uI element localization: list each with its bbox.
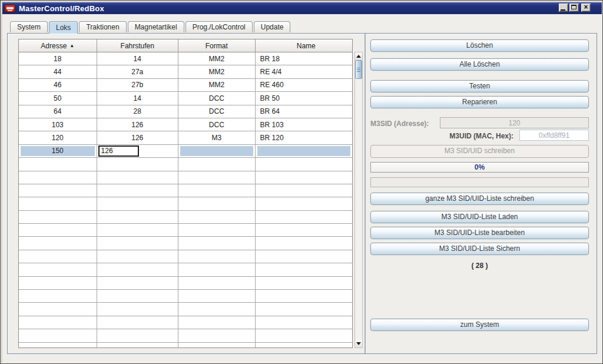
cell-name[interactable]: [256, 277, 352, 289]
cell-fahrstufen[interactable]: [97, 171, 179, 184]
cell-fahrstufen[interactable]: [97, 197, 179, 210]
cell-format[interactable]: [178, 237, 256, 249]
cell-format[interactable]: DCC: [178, 105, 256, 118]
cell-name[interactable]: BR 64: [256, 105, 352, 118]
cell-fahrstufen[interactable]: 14: [97, 92, 179, 104]
cell-format[interactable]: [178, 171, 256, 184]
cell-name[interactable]: [256, 158, 352, 170]
cell-adresse[interactable]: 44: [19, 65, 97, 78]
cell-fahrstufen[interactable]: [97, 211, 179, 223]
cell-format[interactable]: DCC: [178, 118, 256, 131]
cell-name[interactable]: [256, 197, 352, 210]
button-m3-sid-uid-liste-sichern[interactable]: M3 SID/UID-Liste Sichern: [370, 243, 589, 255]
scrollbar-thumb[interactable]: [355, 60, 362, 79]
cell-format[interactable]: [178, 211, 256, 223]
cell-fahrstufen[interactable]: [97, 277, 179, 289]
cell-format[interactable]: [178, 263, 256, 276]
cell-format[interactable]: [178, 145, 256, 157]
cell-adresse[interactable]: [19, 197, 97, 210]
cell-format[interactable]: [178, 197, 256, 210]
cell-format[interactable]: [178, 316, 256, 329]
cell-format[interactable]: MM2: [178, 65, 256, 78]
cell-name[interactable]: [256, 145, 352, 157]
scrollbar-up-button[interactable]: [355, 52, 362, 60]
button-m3-sid-uid-liste-bearbeiten[interactable]: M3 SID/UID-Liste bearbeiten: [370, 227, 589, 239]
cell-name[interactable]: [256, 343, 352, 348]
cell-fahrstufen[interactable]: [97, 316, 179, 329]
cell-adresse[interactable]: [19, 250, 97, 263]
cell-adresse[interactable]: [19, 184, 97, 197]
tab-loks[interactable]: Loks: [49, 21, 78, 34]
cell-adresse[interactable]: [19, 343, 97, 348]
cell-fahrstufen[interactable]: 27a: [97, 65, 179, 78]
cell-name[interactable]: [256, 329, 352, 342]
cell-adresse[interactable]: [19, 316, 97, 329]
cell-adresse[interactable]: 46: [19, 79, 97, 91]
cell-adresse[interactable]: 18: [19, 52, 97, 65]
cell-adresse[interactable]: 50: [19, 92, 97, 104]
button-reparieren[interactable]: Reparieren: [370, 96, 589, 108]
column-header[interactable]: Fahrstufen: [97, 39, 179, 52]
tab-system[interactable]: System: [10, 21, 48, 32]
cell-fahrstufen[interactable]: 126: [97, 118, 179, 131]
zum-system-button[interactable]: zum System: [370, 319, 589, 331]
cell-adresse[interactable]: [19, 329, 97, 342]
cell-adresse[interactable]: 64: [19, 105, 97, 118]
cell-format[interactable]: MM2: [178, 79, 256, 91]
cell-adresse[interactable]: [19, 303, 97, 315]
cell-adresse[interactable]: [19, 158, 97, 170]
cell-format[interactable]: [178, 290, 256, 302]
cell-format[interactable]: DCC: [178, 92, 256, 104]
cell-fahrstufen[interactable]: [97, 290, 179, 302]
cell-name[interactable]: [256, 303, 352, 315]
write-sid-uid-button[interactable]: M3 SID/UID schreiben: [370, 145, 589, 158]
cell-format[interactable]: [178, 224, 256, 236]
m3uid-input[interactable]: 0xffd8ff91: [519, 130, 589, 141]
cell-name[interactable]: [256, 171, 352, 184]
tab-prog-lokcontrol[interactable]: Prog./LokControl: [185, 21, 253, 32]
cell-name[interactable]: [256, 237, 352, 249]
cell-fahrstufen[interactable]: [97, 237, 179, 249]
cell-fahrstufen[interactable]: [97, 263, 179, 276]
cell-format[interactable]: [178, 343, 256, 348]
cell-name[interactable]: [256, 184, 352, 197]
cell-name[interactable]: [256, 316, 352, 329]
cell-adresse[interactable]: 150: [19, 145, 97, 157]
column-header[interactable]: Adresse▲: [19, 39, 97, 52]
cell-format[interactable]: [178, 250, 256, 263]
cell-adresse[interactable]: 120: [19, 131, 97, 144]
cell-fahrstufen[interactable]: 27b: [97, 79, 179, 91]
cell-name[interactable]: BR 120: [256, 131, 352, 144]
cell-fahrstufen[interactable]: 28: [97, 105, 179, 118]
cell-adresse[interactable]: 103: [19, 118, 97, 131]
cell-adresse[interactable]: [19, 224, 97, 236]
cell-format[interactable]: [178, 303, 256, 315]
cell-fahrstufen[interactable]: [97, 250, 179, 263]
cell-name[interactable]: [256, 211, 352, 223]
cell-fahrstufen[interactable]: 126: [97, 131, 179, 144]
button-testen[interactable]: Testen: [370, 80, 589, 92]
cell-name[interactable]: BR 50: [256, 92, 352, 104]
tab-traktionen[interactable]: Traktionen: [79, 21, 126, 32]
cell-fahrstufen[interactable]: [97, 184, 179, 197]
cell-format[interactable]: [178, 184, 256, 197]
cell-name[interactable]: RE 4/4: [256, 65, 352, 78]
cell-adresse[interactable]: [19, 277, 97, 289]
cell-name[interactable]: [256, 250, 352, 263]
button-l-schen[interactable]: Löschen: [370, 39, 589, 52]
column-header[interactable]: Format: [178, 39, 256, 52]
cell-format[interactable]: M3: [178, 131, 256, 144]
cell-format[interactable]: [178, 329, 256, 342]
button-alle-l-schen[interactable]: Alle Löschen: [370, 58, 589, 71]
cell-fahrstufen[interactable]: [97, 343, 179, 348]
cell-format[interactable]: [178, 277, 256, 289]
cell-fahrstufen[interactable]: [97, 303, 179, 315]
minimize-button[interactable]: [559, 4, 568, 12]
cell-adresse[interactable]: [19, 290, 97, 302]
m3sid-input[interactable]: 120: [440, 117, 589, 128]
tab-update[interactable]: Update: [254, 21, 291, 32]
cell-name[interactable]: BR 18: [256, 52, 352, 65]
cell-adresse[interactable]: [19, 211, 97, 223]
scrollbar-down-button[interactable]: [355, 340, 362, 348]
cell-adresse[interactable]: [19, 171, 97, 184]
